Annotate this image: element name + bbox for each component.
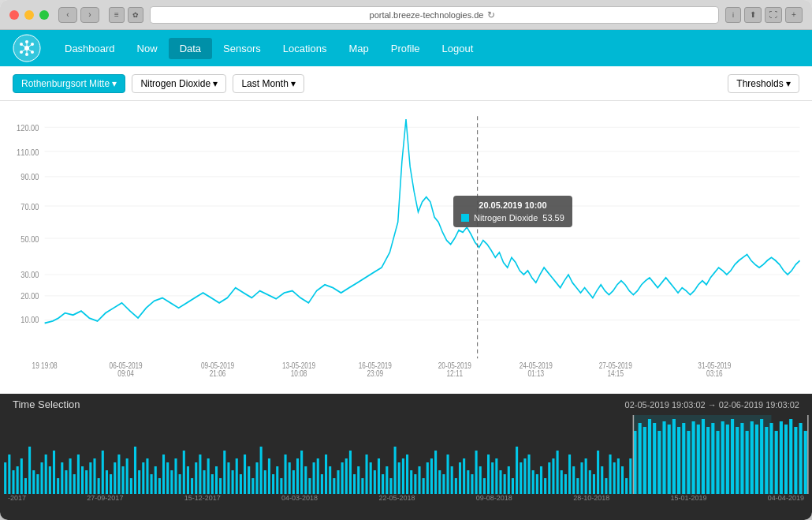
expand-button[interactable]: ⛶ bbox=[765, 7, 782, 23]
svg-rect-108 bbox=[236, 458, 238, 494]
svg-rect-173 bbox=[499, 470, 501, 494]
minimize-button[interactable] bbox=[24, 10, 34, 20]
svg-rect-147 bbox=[394, 447, 397, 494]
svg-rect-202 bbox=[617, 458, 620, 494]
svg-rect-235 bbox=[789, 419, 792, 494]
nav-sensors[interactable]: Sensors bbox=[212, 38, 272, 59]
svg-rect-206 bbox=[648, 419, 651, 494]
svg-rect-65 bbox=[61, 462, 63, 494]
svg-rect-86 bbox=[146, 458, 148, 494]
svg-rect-192 bbox=[576, 478, 579, 494]
svg-rect-198 bbox=[601, 466, 603, 494]
svg-rect-190 bbox=[568, 455, 571, 494]
svg-rect-91 bbox=[166, 462, 169, 494]
svg-text:01:13: 01:13 bbox=[527, 369, 544, 378]
svg-rect-109 bbox=[240, 474, 242, 494]
svg-rect-132 bbox=[333, 478, 335, 494]
address-bar[interactable]: portal.breeze-technologies.de ↻ bbox=[150, 6, 719, 24]
svg-rect-158 bbox=[438, 470, 441, 494]
new-tab-button[interactable]: + bbox=[785, 7, 803, 23]
browser-nav-buttons: ‹ › bbox=[58, 7, 99, 23]
svg-text:23:09: 23:09 bbox=[367, 369, 384, 378]
svg-rect-53 bbox=[12, 470, 14, 494]
svg-rect-68 bbox=[73, 474, 76, 494]
nav-data[interactable]: Data bbox=[169, 38, 212, 59]
nav-dashboard[interactable]: Dashboard bbox=[54, 38, 126, 59]
svg-rect-156 bbox=[430, 458, 433, 494]
reload-button[interactable]: ↻ bbox=[483, 7, 499, 23]
location-dropdown[interactable]: Rothenburgsort Mitte ▾ bbox=[13, 74, 125, 93]
sensor-dropdown[interactable]: Nitrogen Dioxide ▾ bbox=[132, 74, 226, 93]
svg-rect-193 bbox=[580, 462, 583, 494]
svg-text:21:06: 21:06 bbox=[210, 369, 226, 378]
svg-rect-77 bbox=[110, 474, 112, 494]
svg-rect-185 bbox=[548, 462, 550, 494]
app-navigation: Dashboard Now Data Sensors Locations Map… bbox=[0, 30, 812, 66]
nav-map[interactable]: Map bbox=[337, 38, 379, 59]
svg-rect-63 bbox=[53, 451, 55, 494]
svg-rect-89 bbox=[158, 478, 161, 494]
svg-rect-148 bbox=[398, 462, 400, 494]
forward-button[interactable]: › bbox=[80, 7, 99, 23]
svg-rect-93 bbox=[174, 458, 177, 494]
svg-rect-100 bbox=[203, 470, 206, 494]
svg-rect-201 bbox=[613, 462, 616, 494]
svg-rect-124 bbox=[300, 451, 303, 494]
close-button[interactable] bbox=[9, 10, 19, 20]
svg-rect-59 bbox=[36, 474, 39, 494]
svg-rect-139 bbox=[361, 478, 363, 494]
svg-text:12:11: 12:11 bbox=[446, 369, 463, 378]
svg-rect-210 bbox=[668, 425, 671, 494]
nav-locations[interactable]: Locations bbox=[272, 38, 338, 59]
back-button[interactable]: ‹ bbox=[58, 7, 77, 23]
share-button[interactable]: ⬆ bbox=[744, 7, 762, 23]
svg-rect-101 bbox=[207, 458, 210, 494]
svg-rect-205 bbox=[643, 427, 646, 494]
svg-rect-116 bbox=[268, 458, 270, 494]
svg-rect-64 bbox=[57, 478, 59, 494]
svg-rect-208 bbox=[657, 431, 661, 494]
svg-rect-209 bbox=[662, 421, 665, 494]
svg-rect-174 bbox=[504, 474, 506, 494]
time-dropdown[interactable]: Last Month ▾ bbox=[233, 74, 304, 93]
svg-text:19 19:08: 19 19:08 bbox=[32, 361, 58, 370]
svg-rect-125 bbox=[304, 466, 307, 494]
svg-rect-103 bbox=[215, 466, 218, 494]
svg-rect-110 bbox=[244, 455, 246, 494]
svg-rect-236 bbox=[794, 427, 797, 494]
svg-rect-223 bbox=[731, 419, 734, 494]
svg-rect-180 bbox=[528, 455, 531, 494]
svg-rect-218 bbox=[706, 427, 710, 494]
nav-now[interactable]: Now bbox=[126, 38, 169, 59]
svg-rect-102 bbox=[211, 474, 214, 494]
reader-icon[interactable]: ≡ bbox=[109, 7, 125, 23]
nav-logout[interactable]: Logout bbox=[431, 38, 485, 59]
svg-rect-113 bbox=[255, 462, 258, 494]
svg-rect-134 bbox=[341, 462, 344, 494]
main-chart: 120.00 110.00 90.00 70.00 50.00 30.00 20… bbox=[0, 101, 812, 394]
maximize-button[interactable] bbox=[39, 10, 49, 20]
extension-icon[interactable]: ✿ bbox=[128, 7, 143, 23]
svg-rect-144 bbox=[382, 474, 384, 494]
svg-text:10.00: 10.00 bbox=[20, 316, 39, 325]
time-label-1: 27-09-2017 bbox=[87, 494, 123, 502]
svg-rect-90 bbox=[162, 455, 165, 494]
svg-rect-79 bbox=[117, 455, 120, 494]
thresholds-dropdown[interactable]: Thresholds ▾ bbox=[728, 74, 799, 93]
svg-rect-160 bbox=[447, 455, 449, 494]
svg-rect-150 bbox=[406, 455, 408, 494]
svg-rect-136 bbox=[349, 451, 352, 494]
mini-chart[interactable] bbox=[0, 415, 812, 494]
svg-rect-176 bbox=[512, 478, 514, 494]
info-icon[interactable]: i bbox=[725, 7, 741, 23]
svg-text:10:08: 10:08 bbox=[291, 369, 307, 378]
mini-chart-svg bbox=[0, 415, 812, 494]
svg-rect-221 bbox=[721, 421, 724, 494]
titlebar: ‹ › ≡ ✿ portal.breeze-technologies.de ↻ … bbox=[0, 0, 812, 30]
svg-rect-58 bbox=[32, 470, 35, 494]
nav-profile[interactable]: Profile bbox=[380, 38, 431, 59]
svg-rect-99 bbox=[199, 455, 201, 494]
svg-rect-74 bbox=[98, 478, 100, 494]
time-range-arrow: → bbox=[708, 400, 719, 410]
svg-rect-169 bbox=[483, 478, 486, 494]
